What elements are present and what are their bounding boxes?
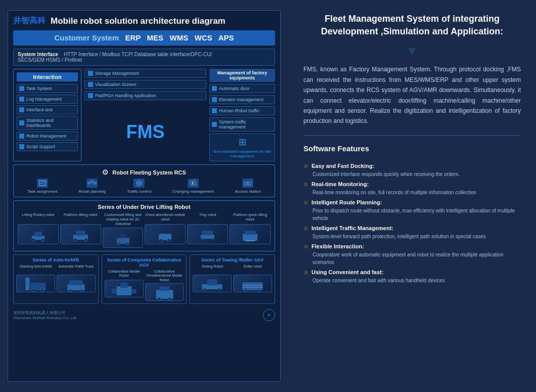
- svg-rect-49: [120, 283, 127, 288]
- svg-rect-32: [202, 231, 213, 235]
- feature-name-4: Flexible Interaction:: [311, 243, 364, 249]
- svg-point-29: [160, 239, 163, 242]
- robot-item-4: Tray robot: [187, 212, 228, 248]
- agv-robots-2: Towing Robot Roller robot: [193, 265, 272, 292]
- interaction-item-stats: Statistics and Dashboards: [17, 116, 78, 130]
- svg-point-22: [74, 238, 77, 241]
- vis-icon: [88, 82, 93, 87]
- traffic-icon: [212, 122, 217, 127]
- stats-icon: [19, 120, 24, 125]
- star-icon-4: ☆: [303, 243, 308, 250]
- interaction-box: Interaction Task System Log Management I…: [13, 69, 81, 161]
- svg-point-33: [202, 238, 204, 240]
- agv-img-2-1: [233, 275, 272, 292]
- robot-img-2: [103, 228, 144, 248]
- svg-rect-13: [245, 182, 247, 185]
- agv-robot-label-1-1: Collaborative Omnidirectional Mobile Rob…: [145, 270, 184, 282]
- interaction-title: Interaction: [17, 72, 78, 81]
- robot-img-5: [230, 224, 271, 244]
- robot-label-4: Tray robot: [187, 212, 228, 223]
- svg-point-23: [84, 238, 87, 241]
- svg-rect-35: [243, 234, 257, 241]
- agv-robot-label-0-1: Automatic Pallet Truck: [57, 265, 96, 274]
- svg-rect-0: [39, 181, 46, 186]
- feature-desc-0: Customized interface responds quickly wh…: [303, 170, 521, 178]
- interface-label1: System Interface: [18, 52, 58, 57]
- access-station-icon: [242, 179, 253, 188]
- star-icon-3: ☆: [303, 225, 308, 232]
- footer-company-en: Shenzhen Wellwit Robotics Co.,Ltd.: [13, 316, 77, 320]
- robot-label-1: Platform lifting robot: [60, 212, 101, 223]
- footer-text: 深圳井智高科机器人有限公司 Shenzhen Wellwit Robotics …: [13, 310, 77, 320]
- footer-logo: ✦: [263, 309, 275, 321]
- robot-item-2: Customized lifting and rotating robot fo…: [103, 212, 144, 248]
- rcs-item-3: Charging management: [172, 179, 213, 194]
- svg-rect-17: [34, 232, 42, 237]
- interface-label2: HTTP Interface / Modbus TCP/ Database ta…: [64, 52, 212, 57]
- svg-point-27: [126, 243, 128, 245]
- robot-mgmt-icon: [19, 134, 24, 139]
- robot-item-1: Platform lifting robot: [60, 212, 101, 248]
- robot-label-3: Omni-directional mobile robot: [145, 212, 186, 223]
- underdrive-section: Series of Under Drive Lifting Robot Lift…: [13, 200, 275, 251]
- robot-item-0: Lifting Rotary robot: [18, 212, 59, 248]
- charging-icon: [188, 179, 199, 188]
- star-icon-2: ☆: [303, 199, 308, 206]
- svg-point-52: [168, 297, 171, 300]
- interaction-item-task: Task System: [17, 84, 78, 93]
- agv-robot-label-2-1: Roller robot: [233, 265, 272, 274]
- agv-robots-0: Stacking Auto-forklift Automatic Pallet …: [16, 265, 96, 292]
- svg-point-44: [69, 289, 72, 292]
- log-icon: [19, 97, 24, 102]
- route-plan-icon: [86, 179, 98, 188]
- diagram-footer: 深圳井智高科机器人有限公司 Shenzhen Wellwit Robotics …: [13, 307, 275, 321]
- svg-rect-53: [159, 286, 169, 291]
- traffic-ctrl-icon: [133, 179, 145, 188]
- agv-group-title-2: Series of Towing /Roller AGV: [193, 257, 272, 263]
- svg-point-62: [258, 289, 260, 292]
- star-icon-5: ☆: [303, 269, 308, 276]
- svg-point-5: [94, 182, 96, 184]
- fms-big-label: FMS: [84, 103, 206, 161]
- svg-point-47: [112, 289, 116, 293]
- software-features-title: Software Features: [303, 144, 521, 153]
- robot-img-4: [187, 224, 228, 244]
- agv-robot-0-0: Stacking Auto-forklift: [16, 265, 55, 292]
- robot-img-3: [145, 224, 186, 244]
- task-assign-icon: [37, 179, 48, 188]
- svg-rect-36: [245, 231, 255, 235]
- fms-item-pad: Pad/PDA Handling Application: [84, 91, 206, 100]
- svg-point-61: [245, 289, 247, 292]
- agv-group-title-0: Series of Auto-forklift: [16, 257, 96, 263]
- svg-point-57: [218, 288, 221, 291]
- agv-robots-1: Collaborative Mobile Robot Collaborative…: [105, 270, 184, 301]
- agv-group-1: Series of Composite Collaborative AGV Co…: [102, 254, 187, 304]
- underdrive-robot-grid: Lifting Rotary robot Platform lifting ro…: [18, 212, 271, 248]
- diagram-container: 井智高科 Mobile robot solution architecture …: [8, 10, 281, 382]
- factory-item-traffic: System traffic management: [209, 117, 275, 132]
- svg-point-48: [132, 289, 136, 293]
- underdrive-title: Series of Under Drive Lifting Robot: [18, 204, 271, 210]
- fms-item-vis: Visualization Screen: [84, 80, 206, 89]
- factory-item-human: Human-Robot traffic: [209, 106, 275, 115]
- agv-group-title-1: Series of Composite Collaborative AGV: [105, 257, 184, 268]
- company-name-cn: 井智高科: [13, 16, 46, 26]
- interaction-item-script: Script Support: [17, 142, 78, 151]
- cs-label: Customer System: [54, 33, 119, 42]
- right-description: FMS, known as Factory Management System.…: [303, 64, 521, 126]
- feature-desc-4: Cooperative work of automatic equipment …: [303, 251, 521, 266]
- script-icon: [19, 144, 24, 149]
- robot-label-0: Lifting Rotary robot: [18, 212, 59, 223]
- star-icon-1: ☆: [303, 181, 308, 188]
- rcs-item-1: Route planning: [78, 179, 106, 194]
- cs-items: ERP MES WMS WCS APS: [125, 33, 234, 42]
- feature-desc-2: Prior to dispatch route without obstacle…: [303, 207, 521, 222]
- feature-name-3: Intelligent Traffic Management:: [311, 225, 393, 231]
- customer-system-bar: Customer System ERP MES WMS WCS APS: [13, 30, 275, 46]
- feature-desc-5: Operate convenient and fast with various…: [303, 277, 521, 284]
- agv-img-2-0: [193, 275, 232, 292]
- interaction-item-interface: Interface test: [17, 105, 78, 114]
- svg-rect-43: [69, 280, 82, 285]
- svg-point-19: [41, 238, 44, 241]
- robot-label-2: Customized lifting and rotating robot fo…: [103, 212, 144, 226]
